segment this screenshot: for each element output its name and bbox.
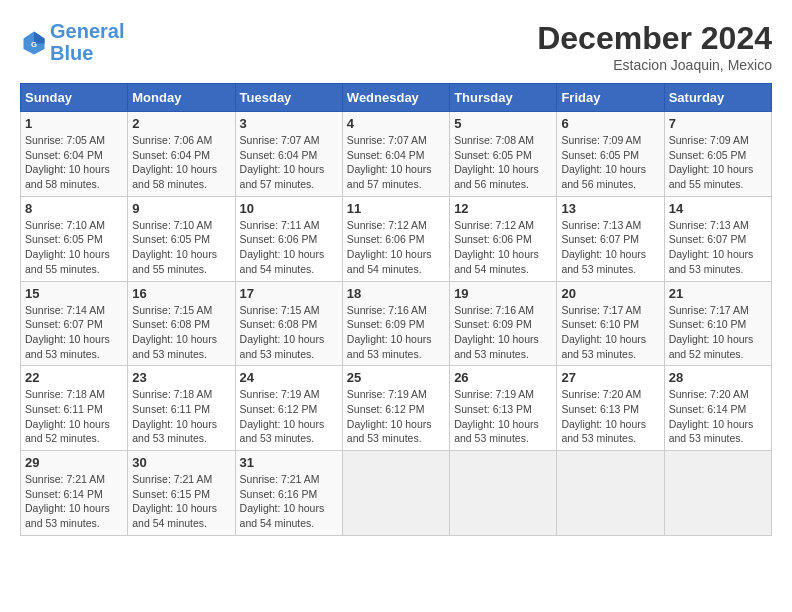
svg-text:G: G [31,40,37,49]
location-subtitle: Estacion Joaquin, Mexico [537,57,772,73]
logo-icon: G [20,28,48,56]
col-saturday: Saturday [664,84,771,112]
day-number: 29 [25,455,123,470]
day-info: Sunrise: 7:08 AM Sunset: 6:05 PM Dayligh… [454,133,552,192]
calendar-cell: 13 Sunrise: 7:13 AM Sunset: 6:07 PM Dayl… [557,196,664,281]
day-info: Sunrise: 7:12 AM Sunset: 6:06 PM Dayligh… [454,218,552,277]
day-number: 17 [240,286,338,301]
day-info: Sunrise: 7:17 AM Sunset: 6:10 PM Dayligh… [561,303,659,362]
calendar-cell [450,451,557,536]
day-number: 28 [669,370,767,385]
calendar-week-row: 15 Sunrise: 7:14 AM Sunset: 6:07 PM Dayl… [21,281,772,366]
day-info: Sunrise: 7:07 AM Sunset: 6:04 PM Dayligh… [347,133,445,192]
day-number: 14 [669,201,767,216]
day-number: 21 [669,286,767,301]
day-info: Sunrise: 7:11 AM Sunset: 6:06 PM Dayligh… [240,218,338,277]
day-number: 20 [561,286,659,301]
calendar-week-row: 29 Sunrise: 7:21 AM Sunset: 6:14 PM Dayl… [21,451,772,536]
calendar-header-row: Sunday Monday Tuesday Wednesday Thursday… [21,84,772,112]
day-info: Sunrise: 7:13 AM Sunset: 6:07 PM Dayligh… [561,218,659,277]
month-title: December 2024 [537,20,772,57]
day-info: Sunrise: 7:16 AM Sunset: 6:09 PM Dayligh… [454,303,552,362]
day-number: 19 [454,286,552,301]
calendar-cell: 11 Sunrise: 7:12 AM Sunset: 6:06 PM Dayl… [342,196,449,281]
calendar-cell: 27 Sunrise: 7:20 AM Sunset: 6:13 PM Dayl… [557,366,664,451]
day-info: Sunrise: 7:16 AM Sunset: 6:09 PM Dayligh… [347,303,445,362]
day-number: 7 [669,116,767,131]
col-tuesday: Tuesday [235,84,342,112]
col-thursday: Thursday [450,84,557,112]
calendar-cell: 6 Sunrise: 7:09 AM Sunset: 6:05 PM Dayli… [557,112,664,197]
day-number: 11 [347,201,445,216]
day-info: Sunrise: 7:10 AM Sunset: 6:05 PM Dayligh… [132,218,230,277]
day-info: Sunrise: 7:21 AM Sunset: 6:16 PM Dayligh… [240,472,338,531]
day-info: Sunrise: 7:17 AM Sunset: 6:10 PM Dayligh… [669,303,767,362]
calendar-cell: 2 Sunrise: 7:06 AM Sunset: 6:04 PM Dayli… [128,112,235,197]
day-number: 30 [132,455,230,470]
day-info: Sunrise: 7:12 AM Sunset: 6:06 PM Dayligh… [347,218,445,277]
calendar-cell: 25 Sunrise: 7:19 AM Sunset: 6:12 PM Dayl… [342,366,449,451]
day-number: 3 [240,116,338,131]
day-info: Sunrise: 7:20 AM Sunset: 6:13 PM Dayligh… [561,387,659,446]
calendar-cell: 8 Sunrise: 7:10 AM Sunset: 6:05 PM Dayli… [21,196,128,281]
day-info: Sunrise: 7:18 AM Sunset: 6:11 PM Dayligh… [25,387,123,446]
day-number: 13 [561,201,659,216]
calendar-cell: 21 Sunrise: 7:17 AM Sunset: 6:10 PM Dayl… [664,281,771,366]
day-number: 22 [25,370,123,385]
calendar-cell: 26 Sunrise: 7:19 AM Sunset: 6:13 PM Dayl… [450,366,557,451]
day-info: Sunrise: 7:20 AM Sunset: 6:14 PM Dayligh… [669,387,767,446]
calendar-cell [557,451,664,536]
day-number: 15 [25,286,123,301]
calendar-cell: 12 Sunrise: 7:12 AM Sunset: 6:06 PM Dayl… [450,196,557,281]
calendar-cell: 4 Sunrise: 7:07 AM Sunset: 6:04 PM Dayli… [342,112,449,197]
day-number: 31 [240,455,338,470]
day-number: 26 [454,370,552,385]
day-info: Sunrise: 7:09 AM Sunset: 6:05 PM Dayligh… [669,133,767,192]
day-number: 24 [240,370,338,385]
day-number: 10 [240,201,338,216]
day-info: Sunrise: 7:10 AM Sunset: 6:05 PM Dayligh… [25,218,123,277]
day-info: Sunrise: 7:15 AM Sunset: 6:08 PM Dayligh… [240,303,338,362]
col-sunday: Sunday [21,84,128,112]
calendar-cell: 16 Sunrise: 7:15 AM Sunset: 6:08 PM Dayl… [128,281,235,366]
calendar-cell: 1 Sunrise: 7:05 AM Sunset: 6:04 PM Dayli… [21,112,128,197]
day-number: 2 [132,116,230,131]
day-info: Sunrise: 7:21 AM Sunset: 6:15 PM Dayligh… [132,472,230,531]
col-wednesday: Wednesday [342,84,449,112]
calendar-cell: 20 Sunrise: 7:17 AM Sunset: 6:10 PM Dayl… [557,281,664,366]
day-info: Sunrise: 7:15 AM Sunset: 6:08 PM Dayligh… [132,303,230,362]
page-header: G General Blue December 2024 Estacion Jo… [20,20,772,73]
title-block: December 2024 Estacion Joaquin, Mexico [537,20,772,73]
day-number: 12 [454,201,552,216]
day-info: Sunrise: 7:18 AM Sunset: 6:11 PM Dayligh… [132,387,230,446]
day-info: Sunrise: 7:06 AM Sunset: 6:04 PM Dayligh… [132,133,230,192]
day-info: Sunrise: 7:05 AM Sunset: 6:04 PM Dayligh… [25,133,123,192]
calendar-cell: 23 Sunrise: 7:18 AM Sunset: 6:11 PM Dayl… [128,366,235,451]
calendar-cell: 15 Sunrise: 7:14 AM Sunset: 6:07 PM Dayl… [21,281,128,366]
calendar-cell: 29 Sunrise: 7:21 AM Sunset: 6:14 PM Dayl… [21,451,128,536]
calendar-week-row: 1 Sunrise: 7:05 AM Sunset: 6:04 PM Dayli… [21,112,772,197]
calendar-cell: 10 Sunrise: 7:11 AM Sunset: 6:06 PM Dayl… [235,196,342,281]
calendar-cell: 5 Sunrise: 7:08 AM Sunset: 6:05 PM Dayli… [450,112,557,197]
day-info: Sunrise: 7:19 AM Sunset: 6:12 PM Dayligh… [347,387,445,446]
calendar-week-row: 22 Sunrise: 7:18 AM Sunset: 6:11 PM Dayl… [21,366,772,451]
calendar-cell: 18 Sunrise: 7:16 AM Sunset: 6:09 PM Dayl… [342,281,449,366]
day-number: 25 [347,370,445,385]
calendar-cell: 19 Sunrise: 7:16 AM Sunset: 6:09 PM Dayl… [450,281,557,366]
day-number: 5 [454,116,552,131]
day-info: Sunrise: 7:13 AM Sunset: 6:07 PM Dayligh… [669,218,767,277]
calendar-cell: 17 Sunrise: 7:15 AM Sunset: 6:08 PM Dayl… [235,281,342,366]
day-number: 27 [561,370,659,385]
day-number: 23 [132,370,230,385]
calendar-cell: 28 Sunrise: 7:20 AM Sunset: 6:14 PM Dayl… [664,366,771,451]
day-number: 18 [347,286,445,301]
calendar-cell: 14 Sunrise: 7:13 AM Sunset: 6:07 PM Dayl… [664,196,771,281]
day-number: 8 [25,201,123,216]
calendar-week-row: 8 Sunrise: 7:10 AM Sunset: 6:05 PM Dayli… [21,196,772,281]
day-number: 6 [561,116,659,131]
day-number: 9 [132,201,230,216]
logo-text: General Blue [50,20,124,64]
calendar-cell: 24 Sunrise: 7:19 AM Sunset: 6:12 PM Dayl… [235,366,342,451]
calendar-cell: 30 Sunrise: 7:21 AM Sunset: 6:15 PM Dayl… [128,451,235,536]
day-info: Sunrise: 7:19 AM Sunset: 6:13 PM Dayligh… [454,387,552,446]
